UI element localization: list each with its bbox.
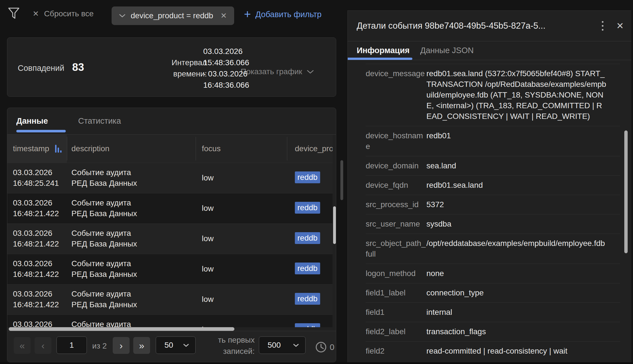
interval-value-line: 15:48:36.066 <box>203 57 249 68</box>
field-value: redb01 <box>426 130 606 152</box>
focus-cell: low <box>202 173 214 183</box>
timestamp-cell: 03.03.2026 <box>13 319 52 327</box>
tab-data[interactable]: Данные <box>16 108 48 134</box>
table-row[interactable]: 03.03.202616:48:21.422 Событие аудитаРЕД… <box>7 254 333 284</box>
tab-information[interactable]: Информация <box>357 41 410 60</box>
field-key: field1 <box>366 307 426 318</box>
field-row[interactable]: device_domain sea.land <box>366 156 620 175</box>
field-value: internal <box>426 307 606 318</box>
last-page-button[interactable]: » <box>133 337 150 354</box>
page-count-label: из 2 <box>92 342 107 351</box>
drawer-scrollbar-thumb[interactable] <box>624 130 628 253</box>
page-size-select[interactable]: 50 <box>156 336 196 354</box>
column-header-timestamp[interactable]: timestamp <box>13 135 49 163</box>
first-page-button[interactable]: « <box>14 337 31 354</box>
show-chart-toggle[interactable]: Показать график <box>241 67 314 76</box>
matches-value: 83 <box>72 61 84 73</box>
reset-all-filters-button[interactable]: ✕ Сбросить все <box>33 9 94 18</box>
table-scrollbar-thumb[interactable] <box>333 206 336 244</box>
results-panel: Данные Статистика timestamp description … <box>7 108 336 362</box>
record-limit-select[interactable]: 500 <box>259 336 306 354</box>
field-value: sea.land <box>426 160 606 171</box>
page-scrollbar-thumb[interactable] <box>340 160 343 200</box>
table-header: timestamp description focus device_pro <box>7 135 333 163</box>
column-header-device-product[interactable]: device_pro <box>295 135 333 163</box>
tab-json-data[interactable]: Данные JSON <box>420 41 474 60</box>
column-header-focus[interactable]: focus <box>202 135 221 163</box>
field-row[interactable]: field1 internal <box>366 302 620 322</box>
interval-label-line: времени: <box>142 68 207 80</box>
field-key: field2 <box>366 346 426 356</box>
interval-value-line: 03.03.2026 <box>203 46 249 57</box>
timestamp-cell: 03.03.202616:48:21.422 <box>13 258 59 280</box>
table-row[interactable]: 03.03.202616:48:25.241 Событие аудитаРЕД… <box>7 163 333 193</box>
field-value: transaction_flags <box>426 326 606 337</box>
matches-label: Совпадений <box>18 63 64 73</box>
field-row[interactable]: field1_label connection_type <box>366 283 620 302</box>
field-row[interactable]: device_message redb01.sea.land (5372:0x7… <box>366 64 620 126</box>
field-value: read-committed | read-consistency | wait <box>426 346 606 356</box>
timestamp-cell: 03.03.202616:48:25.241 <box>13 167 59 189</box>
results-tabs: Данные Статистика <box>7 108 336 135</box>
field-row[interactable]: device_hostname redb01 <box>366 126 620 156</box>
device-product-cell: reddb <box>295 263 320 274</box>
drawer-title: Детали события 98be7408-49b5-45b5-827a-5… <box>357 11 546 41</box>
field-key: logon_method <box>366 268 426 279</box>
interval-value-line: - 03.03.2026 <box>203 68 249 80</box>
interval-label-line: Интервал <box>142 57 207 68</box>
field-value: none <box>426 268 606 279</box>
column-divider <box>287 137 287 160</box>
table-row[interactable]: 03.03.2026 Событие аудита low reddb <box>7 315 333 327</box>
timestamp-cell: 03.03.202616:48:21.422 <box>13 289 59 310</box>
add-filter-button[interactable]: + Добавить фильтр <box>244 8 322 20</box>
focus-cell: low <box>202 294 214 305</box>
timestamp-cell: 03.03.202616:48:21.422 <box>13 228 59 249</box>
tab-statistics[interactable]: Статистика <box>78 108 121 134</box>
field-row[interactable]: src_object_path_full /opt/reddatabase/ex… <box>366 234 620 264</box>
close-icon[interactable]: ✕ <box>613 19 627 33</box>
field-key: device_fqdn <box>366 180 426 191</box>
timestamp-cell: 03.03.202616:48:21.422 <box>13 198 59 219</box>
event-fields-list: device_message redb01.sea.land (5372:0x7… <box>366 60 620 364</box>
field-key: src_object_path_full <box>366 238 426 259</box>
events-table-body: 03.03.202616:48:25.241 Событие аудитаРЕД… <box>7 163 333 327</box>
field-row[interactable]: logon_method none <box>366 264 620 283</box>
interval-label: Интервалвремени: <box>142 57 207 80</box>
field-key: field2_label <box>366 326 426 337</box>
field-value: /opt/reddatabase/examples/empbuild/emplo… <box>426 238 606 259</box>
field-key: device_domain <box>366 160 426 171</box>
show-chart-label: Показать график <box>241 67 302 76</box>
description-cell: Событие аудитаРЕД База Данных <box>71 198 137 219</box>
filter-funnel-icon <box>8 7 20 20</box>
previous-page-button[interactable]: ‹ <box>35 337 51 354</box>
device-product-cell: reddb <box>295 171 320 183</box>
focus-cell: low <box>202 233 214 244</box>
product-value-highlight: reddb <box>295 232 320 244</box>
sort-descending-icon[interactable] <box>55 145 62 153</box>
table-row[interactable]: 03.03.202616:48:21.422 Событие аудитаРЕД… <box>7 193 333 223</box>
field-row[interactable]: field2_label transaction_flags <box>366 322 620 341</box>
table-row[interactable]: 03.03.202616:48:21.422 Событие аудитаРЕД… <box>7 223 333 254</box>
plus-icon: + <box>244 8 251 20</box>
device-product-cell: reddb <box>295 202 320 214</box>
chevron-down-icon <box>183 343 189 347</box>
field-row[interactable]: device_fqdn redb01.sea.land <box>366 175 620 195</box>
field-row[interactable]: src_process_id 5372 <box>366 195 620 214</box>
add-filter-label: Добавить фильтр <box>256 10 322 19</box>
device-product-cell: reddb <box>295 323 320 327</box>
horizontal-scrollbar-thumb[interactable] <box>9 327 234 331</box>
field-key: device_message <box>366 68 426 122</box>
filter-chip[interactable]: device_product = reddb ✕ <box>112 6 234 25</box>
more-actions-icon[interactable] <box>596 20 609 32</box>
filter-chip-label: device_product = reddb <box>131 11 213 20</box>
field-row[interactable]: field2 read-committed | read-consistency… <box>366 341 620 361</box>
page-number-input[interactable] <box>56 336 87 354</box>
column-header-description[interactable]: description <box>71 135 109 163</box>
description-cell: Событие аудитаРЕД База Данных <box>71 167 137 189</box>
table-row[interactable]: 03.03.202616:48:21.422 Событие аудитаРЕД… <box>7 284 333 315</box>
field-row[interactable]: src_user_name sysdba <box>366 214 620 234</box>
next-page-button[interactable]: › <box>113 337 130 354</box>
interval-value-line: 16:48:36.066 <box>203 80 249 91</box>
field-value: redb01.sea.land (5372:0x7f5065bfef40#8) … <box>426 68 606 122</box>
remove-filter-icon[interactable]: ✕ <box>220 12 227 20</box>
